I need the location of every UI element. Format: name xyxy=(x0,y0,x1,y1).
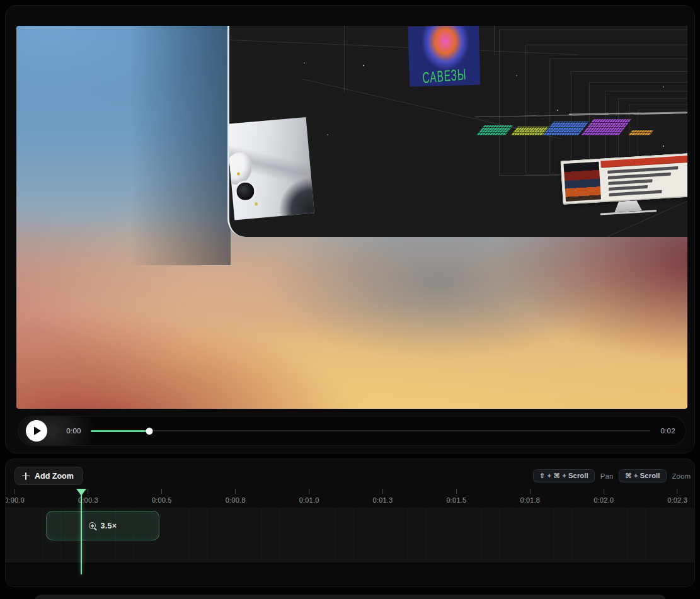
zoom-shortcut-label: Zoom xyxy=(672,472,691,480)
ruler-tick xyxy=(604,489,604,494)
playhead-line xyxy=(81,495,82,574)
playback-bar: 0:00 0:02 xyxy=(18,416,686,446)
ruler-tick-label: 0:01.8 xyxy=(520,496,540,504)
poster-title: САВЕЗЫ xyxy=(408,64,480,86)
monitor-text-line xyxy=(608,173,671,180)
ruler-tick xyxy=(309,489,309,494)
zoom-shortcut-badge: ⌘ + Scroll xyxy=(619,469,666,482)
ruler-tick-label: 0:00.0 xyxy=(5,496,25,504)
zoom-clip[interactable]: 3.5× xyxy=(46,511,159,540)
suit-detail xyxy=(255,202,258,205)
playhead[interactable] xyxy=(76,489,86,575)
ruler-tick-label: 0:02.0 xyxy=(594,496,614,504)
total-time: 0:02 xyxy=(660,427,675,435)
seek-slider[interactable] xyxy=(91,426,650,435)
ruler-tick xyxy=(88,489,88,494)
ruler-tick-label: 0:01.3 xyxy=(373,496,393,504)
monitor-artwork xyxy=(560,153,687,224)
plus-icon xyxy=(22,472,30,480)
monitor-text-line xyxy=(609,190,662,197)
monitor-thumbnails xyxy=(563,162,601,202)
play-icon xyxy=(34,426,41,435)
grid-line xyxy=(494,26,495,55)
seek-thumb[interactable] xyxy=(146,428,153,435)
ruler-tick-label: 0:00.8 xyxy=(226,496,246,504)
timeline-lower-track xyxy=(6,562,694,587)
video-preview[interactable]: САВЕЗЫ xyxy=(16,26,687,409)
timeline-panel: Add Zoom ⇧ + ⌘ + Scroll Pan ⌘ + Scroll Z… xyxy=(5,459,695,587)
current-time: 0:00 xyxy=(64,427,83,435)
seek-progress xyxy=(91,430,149,432)
astronaut-artwork xyxy=(227,117,314,220)
ruler-tick-label: 0:01.0 xyxy=(299,496,319,504)
ruler-tick xyxy=(161,489,162,494)
shortcut-hints: ⇧ + ⌘ + Scroll Pan ⌘ + Scroll Zoom xyxy=(533,469,691,482)
astronaut-helmet xyxy=(234,180,257,203)
window-bottom-edge xyxy=(35,595,666,599)
monitor-text-line xyxy=(609,185,648,191)
grid-line xyxy=(344,26,345,92)
ruler-tick xyxy=(456,489,457,494)
add-zoom-label: Add Zoom xyxy=(35,472,74,481)
pan-shortcut-label: Pan xyxy=(600,472,613,480)
ruler-tick-label: 0:00.5 xyxy=(152,496,172,504)
zoom-clip-label: 3.5× xyxy=(101,522,117,530)
video-player-card: САВЕЗЫ xyxy=(5,5,695,454)
gallery-3d-scene: САВЕЗЫ xyxy=(227,26,687,237)
stars xyxy=(229,26,231,27)
ruler-tick xyxy=(677,489,678,494)
zoom-in-icon xyxy=(89,522,96,529)
ruler-tick xyxy=(382,489,383,494)
ruler-tick xyxy=(14,489,14,494)
seek-track xyxy=(91,430,650,431)
pan-shortcut-badge: ⇧ + ⌘ + Scroll xyxy=(533,469,595,482)
monitor-text-line xyxy=(608,179,652,185)
monitor-screen xyxy=(560,153,687,205)
ruler-tick-label: 0:02.3 xyxy=(667,496,687,504)
play-button[interactable] xyxy=(26,420,47,442)
ruler-tick-label: 0:01.5 xyxy=(446,496,466,504)
add-zoom-button[interactable]: Add Zoom xyxy=(14,467,83,485)
pixel-cluster-orange xyxy=(628,130,653,135)
sky-shadow xyxy=(130,26,231,265)
ruler-tick xyxy=(530,489,531,494)
timeline-ruler[interactable]: 0:00.00:00.30:00.50:00.80:01.00:01.30:01… xyxy=(6,489,694,506)
thermal-face-poster: САВЕЗЫ xyxy=(408,26,480,86)
ruler-tick xyxy=(235,489,236,494)
